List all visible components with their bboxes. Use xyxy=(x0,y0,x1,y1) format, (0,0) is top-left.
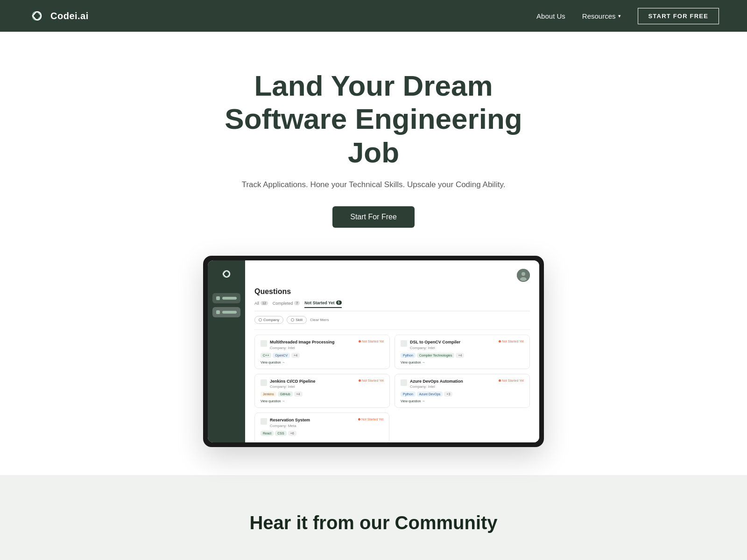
tag: Compiler Technologies xyxy=(417,353,455,358)
nav-resources-dropdown[interactable]: Resources ▾ xyxy=(582,12,621,20)
tag: Jenkins xyxy=(261,392,276,397)
tag-count: +3 xyxy=(444,392,452,397)
company-filter-icon xyxy=(259,318,262,322)
card-tags: C++ OpenCV +4 xyxy=(261,353,384,358)
card-tags: Jenkins GitHub +4 xyxy=(261,392,384,397)
hero-cta-button[interactable]: Start For Free xyxy=(332,206,415,228)
card-title: Jenkins CI/CD Pipeline xyxy=(270,379,316,385)
tag: CSS xyxy=(275,431,286,436)
hero-subtitle: Track Applications. Hone your Technical … xyxy=(242,180,506,189)
status-dot-icon xyxy=(358,418,360,420)
tag: React xyxy=(261,431,274,436)
navbar-nav: About Us Resources ▾ START FOR FREE xyxy=(536,8,719,24)
tag-count: +4 xyxy=(294,392,303,397)
app-screenshot-mockup: Questions All 12 Completed 7 Not Started… xyxy=(203,256,544,447)
mockup-section-title: Questions xyxy=(254,287,530,296)
tag: C++ xyxy=(261,353,271,358)
mockup-filters: Company Skill Clear filters xyxy=(254,316,530,324)
status-dot-icon xyxy=(359,340,361,343)
question-card-3: Jenkins CI/CD Pipeline Company: Intel No… xyxy=(254,374,390,408)
tag: GitHub xyxy=(278,392,293,397)
filter-skill-button[interactable]: Skill xyxy=(287,316,307,324)
status-badge: Not Started Yet xyxy=(359,340,384,343)
status-badge: Not Started Yet xyxy=(359,379,384,382)
nav-about-link[interactable]: About Us xyxy=(536,12,565,20)
status-dot-icon xyxy=(499,340,501,343)
tag: Python xyxy=(401,392,416,397)
nav-resources-label: Resources xyxy=(582,12,616,20)
nav-cta-button[interactable]: START FOR FREE xyxy=(638,8,719,24)
mockup-sidebar xyxy=(208,260,245,442)
logo-text: Codei.ai xyxy=(50,11,89,21)
divider xyxy=(254,329,530,330)
question-card-1: Multithreaded Image Processing Company: … xyxy=(254,335,390,369)
card-company: Company: Meta xyxy=(270,424,310,428)
sidebar-item-applications[interactable] xyxy=(212,293,240,303)
view-question-link[interactable]: View question → xyxy=(401,361,524,364)
view-question-link[interactable]: View question → xyxy=(261,361,384,364)
svg-point-1 xyxy=(521,272,525,276)
applications-icon xyxy=(216,296,220,300)
doc-icon xyxy=(261,418,267,425)
tag: Python xyxy=(401,353,416,358)
logo-icon xyxy=(28,7,46,25)
question-card-2: DSL to OpenCV Compiler Company: Intel No… xyxy=(395,335,530,369)
status-dot-icon xyxy=(499,379,501,382)
skill-filter-icon xyxy=(291,318,294,322)
status-badge: Not Started Yet xyxy=(499,379,524,382)
card-company: Company: Intel xyxy=(270,385,316,389)
tag-count: +4 xyxy=(291,353,300,358)
tab-not-started[interactable]: Not Started Yet 5 xyxy=(304,301,341,308)
doc-icon xyxy=(261,379,267,386)
card-tags: Python Azure DevOps +3 xyxy=(401,392,524,397)
mockup-tabs: All 12 Completed 7 Not Started Yet 5 xyxy=(254,301,530,311)
sidebar-item-questions[interactable] xyxy=(212,307,240,317)
community-section: Hear it from our Community xyxy=(0,475,747,560)
mockup-main-content: Questions All 12 Completed 7 Not Started… xyxy=(245,260,539,442)
questions-grid: Multithreaded Image Processing Company: … xyxy=(254,335,530,408)
card-company: Company: Intel xyxy=(270,346,335,350)
card-company: Company: Intel xyxy=(410,385,463,389)
questions-icon xyxy=(216,310,220,314)
doc-icon xyxy=(261,340,267,347)
card-tags: Python Compiler Technologies +4 xyxy=(401,353,524,358)
tag: OpenCV xyxy=(273,353,290,358)
hero-section: Land Your Dream Software Engineering Job… xyxy=(0,32,747,475)
navbar: Codei.ai About Us Resources ▾ START FOR … xyxy=(0,0,747,32)
tab-completed[interactable]: Completed 7 xyxy=(273,301,300,308)
card-title: Azure DevOps Automation xyxy=(410,379,463,385)
avatar xyxy=(517,269,530,282)
status-badge: Not Started Yet xyxy=(499,340,524,343)
question-card-5-partial: Reservation System Company: Meta Not Sta… xyxy=(254,413,530,442)
doc-icon xyxy=(401,340,407,347)
view-question-link[interactable]: View question → xyxy=(401,399,524,403)
chevron-down-icon: ▾ xyxy=(618,13,621,19)
clear-filters-button[interactable]: Clear filters xyxy=(310,318,329,322)
svg-point-2 xyxy=(520,277,527,281)
hero-title: Land Your Dream Software Engineering Job xyxy=(210,69,537,169)
tag-count: +6 xyxy=(288,431,296,436)
mockup-topbar xyxy=(254,269,530,282)
navbar-logo[interactable]: Codei.ai xyxy=(28,7,89,25)
tab-all[interactable]: All 12 xyxy=(254,301,268,308)
status-badge: Not Started Yet xyxy=(358,418,383,421)
view-question-link[interactable]: View question → xyxy=(261,399,384,403)
mockup-logo xyxy=(219,267,233,283)
card-title: Reservation System xyxy=(270,418,310,423)
card-company: Company: Intel xyxy=(410,346,460,350)
community-title: Hear it from our Community xyxy=(19,512,728,533)
card-title: DSL to OpenCV Compiler xyxy=(410,340,460,345)
filter-company-button[interactable]: Company xyxy=(254,316,283,324)
tag-count: +4 xyxy=(456,353,464,358)
doc-icon xyxy=(401,379,407,386)
status-dot-icon xyxy=(359,379,361,382)
card-title: Multithreaded Image Processing xyxy=(270,340,335,345)
tag: Azure DevOps xyxy=(417,392,443,397)
questions-label xyxy=(222,311,237,314)
question-card-4: Azure DevOps Automation Company: Intel N… xyxy=(395,374,530,408)
card-tags: React CSS +6 xyxy=(261,431,383,436)
applications-label xyxy=(222,297,237,300)
question-card-5: Reservation System Company: Meta Not Sta… xyxy=(254,413,389,442)
